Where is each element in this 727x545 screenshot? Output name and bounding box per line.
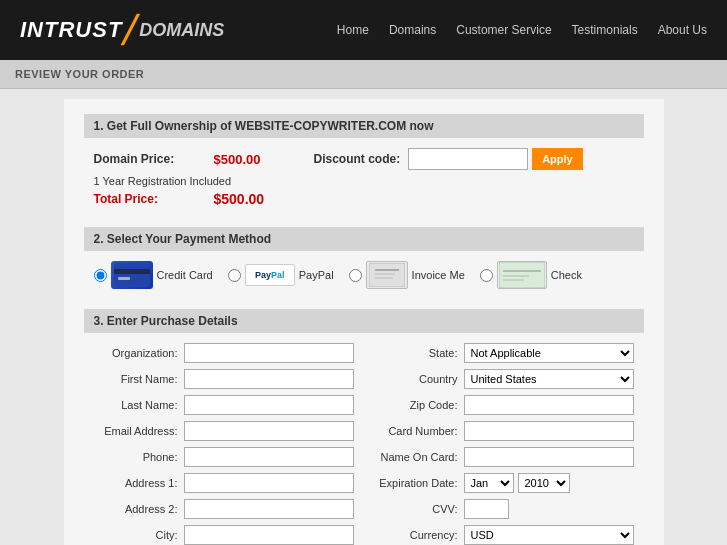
- svg-rect-2: [118, 277, 130, 280]
- field-card-number: Card Number:: [374, 421, 634, 441]
- field-phone: Phone:: [94, 447, 354, 467]
- discount-input[interactable]: [408, 148, 528, 170]
- section3-header: 3. Enter Purchase Details: [84, 309, 644, 333]
- left-column: Organization: First Name: Last Name: Ema…: [94, 343, 354, 545]
- field-state: State: Not Applicable: [374, 343, 634, 363]
- expiry-month-select[interactable]: JanFebMarApr MayJunJulAug SepOctNovDec: [464, 473, 514, 493]
- last-name-label: Last Name:: [94, 399, 184, 411]
- field-city: City:: [94, 525, 354, 545]
- field-expiry: Expiration Date: JanFebMarApr MayJunJulA…: [374, 473, 634, 493]
- payment-option-paypal[interactable]: PayPal PayPal: [228, 264, 334, 286]
- payment-options: Credit Card PayPal PayPal: [94, 261, 634, 289]
- expiry-year-select[interactable]: 2010201120122013 20142015: [518, 473, 570, 493]
- section2-header: 2. Select Your Payment Method: [84, 227, 644, 251]
- form-grid: Organization: First Name: Last Name: Ema…: [94, 343, 634, 545]
- purchase-section: Organization: First Name: Last Name: Ema…: [84, 343, 644, 545]
- payment-option-cc[interactable]: Credit Card: [94, 261, 213, 289]
- last-name-input[interactable]: [184, 395, 354, 415]
- cvv-input[interactable]: [464, 499, 509, 519]
- card-number-input[interactable]: [464, 421, 634, 441]
- registration-text: 1 Year Registration Included: [94, 175, 634, 187]
- invoice-label: Invoice Me: [412, 269, 465, 281]
- phone-label: Phone:: [94, 451, 184, 463]
- address2-input[interactable]: [184, 499, 354, 519]
- first-name-label: First Name:: [94, 373, 184, 385]
- paypal-label: PayPal: [299, 269, 334, 281]
- field-cvv: CVV:: [374, 499, 634, 519]
- invoice-icon: [366, 261, 408, 289]
- page-title: REVIEW YOUR ORDER: [15, 68, 144, 80]
- state-label: State:: [374, 347, 464, 359]
- nav-about-us[interactable]: About Us: [658, 23, 707, 37]
- card-number-label: Card Number:: [374, 425, 464, 437]
- field-address2: Address 2:: [94, 499, 354, 519]
- payment-radio-paypal[interactable]: [228, 269, 241, 282]
- total-price-value: $500.00: [214, 191, 265, 207]
- header: INTRUST╱DOMAINS Home Domains Customer Se…: [0, 0, 727, 60]
- expiry-selects: JanFebMarApr MayJunJulAug SepOctNovDec 2…: [464, 473, 574, 493]
- zipcode-label: Zip Code:: [374, 399, 464, 411]
- check-label: Check: [551, 269, 582, 281]
- address1-label: Address 1:: [94, 477, 184, 489]
- svg-rect-3: [369, 263, 405, 287]
- email-input[interactable]: [184, 421, 354, 441]
- cc-label: Credit Card: [157, 269, 213, 281]
- address1-input[interactable]: [184, 473, 354, 493]
- logo-domains: DOMAINS: [139, 20, 224, 41]
- nav-domains[interactable]: Domains: [389, 23, 436, 37]
- domain-info: Domain Price: $500.00 Discount code: App…: [84, 148, 644, 217]
- organization-input[interactable]: [184, 343, 354, 363]
- payment-option-invoice[interactable]: Invoice Me: [349, 261, 465, 289]
- domain-price-label: Domain Price:: [94, 152, 214, 166]
- logo: INTRUST╱DOMAINS: [20, 15, 224, 46]
- logo-slash: ╱: [122, 15, 138, 46]
- main-content: 1. Get Full Ownership of WEBSITE-COPYWRI…: [64, 99, 664, 545]
- total-price-label: Total Price:: [94, 192, 214, 206]
- zipcode-input[interactable]: [464, 395, 634, 415]
- svg-rect-7: [499, 262, 545, 288]
- field-email: Email Address:: [94, 421, 354, 441]
- country-label: Country: [374, 373, 464, 385]
- expiry-label: Expiration Date:: [374, 477, 464, 489]
- nav-home[interactable]: Home: [337, 23, 369, 37]
- nav-testimonials[interactable]: Testimonials: [572, 23, 638, 37]
- field-last-name: Last Name:: [94, 395, 354, 415]
- currency-select[interactable]: USDEURGBP: [464, 525, 634, 545]
- name-on-card-input[interactable]: [464, 447, 634, 467]
- total-price-row: Total Price: $500.00: [94, 191, 634, 207]
- paypal-icon: PayPal: [245, 264, 295, 286]
- organization-label: Organization:: [94, 347, 184, 359]
- field-zipcode: Zip Code:: [374, 395, 634, 415]
- payment-section: Credit Card PayPal PayPal: [84, 261, 644, 299]
- currency-label: Currency:: [374, 529, 464, 541]
- page-title-bar: REVIEW YOUR ORDER: [0, 60, 727, 89]
- right-column: State: Not Applicable Country United Sta…: [374, 343, 634, 545]
- credit-card-icon: [111, 261, 153, 289]
- domain-price-value: $500.00: [214, 152, 314, 167]
- country-select[interactable]: United States: [464, 369, 634, 389]
- apply-button[interactable]: Apply: [532, 148, 583, 170]
- address2-label: Address 2:: [94, 503, 184, 515]
- name-on-card-label: Name On Card:: [374, 451, 464, 463]
- domain-price-row: Domain Price: $500.00 Discount code: App…: [94, 148, 634, 170]
- city-input[interactable]: [184, 525, 354, 545]
- check-icon: [497, 261, 547, 289]
- email-label: Email Address:: [94, 425, 184, 437]
- payment-radio-check[interactable]: [480, 269, 493, 282]
- field-country: Country United States: [374, 369, 634, 389]
- payment-option-check[interactable]: Check: [480, 261, 582, 289]
- field-currency: Currency: USDEURGBP: [374, 525, 634, 545]
- svg-rect-1: [114, 269, 150, 274]
- field-first-name: First Name:: [94, 369, 354, 389]
- state-select[interactable]: Not Applicable: [464, 343, 634, 363]
- cvv-label: CVV:: [374, 503, 464, 515]
- phone-input[interactable]: [184, 447, 354, 467]
- first-name-input[interactable]: [184, 369, 354, 389]
- section1-header: 1. Get Full Ownership of WEBSITE-COPYWRI…: [84, 114, 644, 138]
- payment-radio-invoice[interactable]: [349, 269, 362, 282]
- discount-label: Discount code:: [314, 152, 401, 166]
- nav-customer-service[interactable]: Customer Service: [456, 23, 551, 37]
- field-organization: Organization:: [94, 343, 354, 363]
- payment-radio-cc[interactable]: [94, 269, 107, 282]
- field-name-on-card: Name On Card:: [374, 447, 634, 467]
